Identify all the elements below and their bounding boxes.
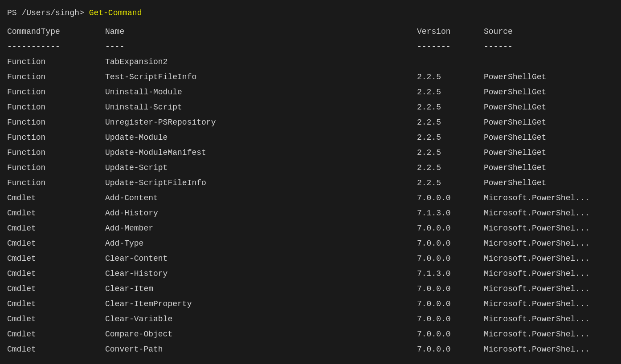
cell-source: PowerShellGet: [484, 115, 614, 130]
table-header: CommandType Name Version Source: [7, 24, 614, 39]
table-row: Cmdlet Add-Type 7.0.0.0 Microsoft.PowerS…: [7, 236, 614, 251]
table-row: Function Update-ScriptFileInfo 2.2.5 Pow…: [7, 175, 614, 190]
cell-version: 7.0.0.0: [417, 221, 484, 236]
cell-name: TabExpansion2: [105, 54, 417, 69]
table-row: Cmdlet Add-Content 7.0.0.0 Microsoft.Pow…: [7, 190, 614, 206]
cell-type: Function: [7, 69, 105, 85]
cell-name: Uninstall-Module: [105, 85, 417, 100]
cell-source: PowerShellGet: [484, 160, 614, 175]
cell-name: Update-Script: [105, 160, 417, 175]
cell-type: Cmdlet: [7, 206, 105, 221]
cell-type: Function: [7, 54, 105, 69]
table-row: Function Update-Module 2.2.5 PowerShellG…: [7, 130, 614, 145]
sep-source: ------: [484, 39, 614, 54]
table-body: Function TabExpansion2 Function Test-Scr…: [7, 54, 614, 357]
table-row: Cmdlet Clear-History 7.1.3.0 Microsoft.P…: [7, 266, 614, 281]
cell-source: Microsoft.PowerShel...: [484, 251, 614, 266]
table-row: Cmdlet Clear-Content 7.0.0.0 Microsoft.P…: [7, 251, 614, 266]
cell-type: Cmdlet: [7, 342, 105, 357]
cell-version: 2.2.5: [417, 160, 484, 175]
cell-version: 7.0.0.0: [417, 327, 484, 342]
table-row: Function Uninstall-Script 2.2.5 PowerShe…: [7, 100, 614, 115]
cell-version: 7.0.0.0: [417, 281, 484, 296]
cell-type: Function: [7, 100, 105, 115]
cell-source: PowerShellGet: [484, 130, 614, 145]
cell-version: 7.0.0.0: [417, 251, 484, 266]
prompt-command: Get-Command: [89, 8, 142, 17]
cell-source: Microsoft.PowerShel...: [484, 236, 614, 251]
table-row: Function TabExpansion2: [7, 54, 614, 69]
cell-type: Function: [7, 115, 105, 130]
cell-name: Test-ScriptFileInfo: [105, 69, 417, 85]
header-version: Version: [417, 24, 484, 39]
cell-source: Microsoft.PowerShel...: [484, 296, 614, 311]
cell-version: 2.2.5: [417, 115, 484, 130]
cell-type: Cmdlet: [7, 266, 105, 281]
cell-name: Unregister-PSRepository: [105, 115, 417, 130]
table-row: Cmdlet Add-Member 7.0.0.0 Microsoft.Powe…: [7, 221, 614, 236]
cell-name: Clear-Variable: [105, 311, 417, 327]
cell-type: Function: [7, 160, 105, 175]
table-row: Function Update-Script 2.2.5 PowerShellG…: [7, 160, 614, 175]
cell-type: Cmdlet: [7, 296, 105, 311]
cell-type: Cmdlet: [7, 281, 105, 296]
cell-version: 2.2.5: [417, 145, 484, 160]
table-row: Cmdlet Clear-ItemProperty 7.0.0.0 Micros…: [7, 296, 614, 311]
sep-type: -----------: [7, 39, 105, 54]
header-source: Source: [484, 24, 614, 39]
sep-version: -------: [417, 39, 484, 54]
cell-name: Update-ModuleManifest: [105, 145, 417, 160]
table-row: Cmdlet Compare-Object 7.0.0.0 Microsoft.…: [7, 327, 614, 342]
output-table: CommandType Name Version Source --------…: [7, 24, 614, 357]
cell-source: Microsoft.PowerShel...: [484, 281, 614, 296]
cell-version: 7.1.3.0: [417, 206, 484, 221]
cell-name: Add-Content: [105, 190, 417, 206]
cell-source: PowerShellGet: [484, 100, 614, 115]
cell-type: Function: [7, 130, 105, 145]
table-row: Function Unregister-PSRepository 2.2.5 P…: [7, 115, 614, 130]
cell-name: Add-Member: [105, 221, 417, 236]
table-row: Cmdlet Convert-Path 7.0.0.0 Microsoft.Po…: [7, 342, 614, 357]
cell-version: 2.2.5: [417, 175, 484, 190]
header-type: CommandType: [7, 24, 105, 39]
cell-name: Compare-Object: [105, 327, 417, 342]
cell-version: 2.2.5: [417, 69, 484, 85]
cell-type: Cmdlet: [7, 311, 105, 327]
cell-name: Clear-Item: [105, 281, 417, 296]
table-row: Cmdlet Clear-Item 7.0.0.0 Microsoft.Powe…: [7, 281, 614, 296]
sep-name: ----: [105, 39, 417, 54]
cell-name: Convert-Path: [105, 342, 417, 357]
cell-version: 7.1.3.0: [417, 266, 484, 281]
cell-source: PowerShellGet: [484, 69, 614, 85]
cell-version: 7.0.0.0: [417, 236, 484, 251]
cell-source: Microsoft.PowerShel...: [484, 190, 614, 206]
cell-version: 7.0.0.0: [417, 190, 484, 206]
cell-source: Microsoft.PowerShel...: [484, 327, 614, 342]
cell-name: Clear-Content: [105, 251, 417, 266]
cell-name: Update-Module: [105, 130, 417, 145]
cell-name: Uninstall-Script: [105, 100, 417, 115]
cell-source: PowerShellGet: [484, 145, 614, 160]
cell-source: PowerShellGet: [484, 85, 614, 100]
cell-source: Microsoft.PowerShel...: [484, 221, 614, 236]
cell-source: PowerShellGet: [484, 175, 614, 190]
table-row: Function Uninstall-Module 2.2.5 PowerShe…: [7, 85, 614, 100]
cell-type: Function: [7, 175, 105, 190]
cell-name: Update-ScriptFileInfo: [105, 175, 417, 190]
cell-version: 2.2.5: [417, 130, 484, 145]
cell-version: 7.0.0.0: [417, 296, 484, 311]
table-row: Cmdlet Add-History 7.1.3.0 Microsoft.Pow…: [7, 206, 614, 221]
table-separator: ----------- ---- ------- ------: [7, 39, 614, 54]
cell-type: Cmdlet: [7, 236, 105, 251]
cell-version: 7.0.0.0: [417, 311, 484, 327]
prompt-prefix: PS /Users/singh>: [7, 8, 89, 17]
cell-version: 2.2.5: [417, 85, 484, 100]
cell-name: Add-Type: [105, 236, 417, 251]
cell-type: Function: [7, 145, 105, 160]
cell-source: Microsoft.PowerShel...: [484, 342, 614, 357]
table-row: Function Test-ScriptFileInfo 2.2.5 Power…: [7, 69, 614, 85]
cell-source: Microsoft.PowerShel...: [484, 266, 614, 281]
cell-type: Cmdlet: [7, 327, 105, 342]
prompt-line: PS /Users/singh> Get-Command: [7, 5, 614, 20]
cell-type: Cmdlet: [7, 221, 105, 236]
